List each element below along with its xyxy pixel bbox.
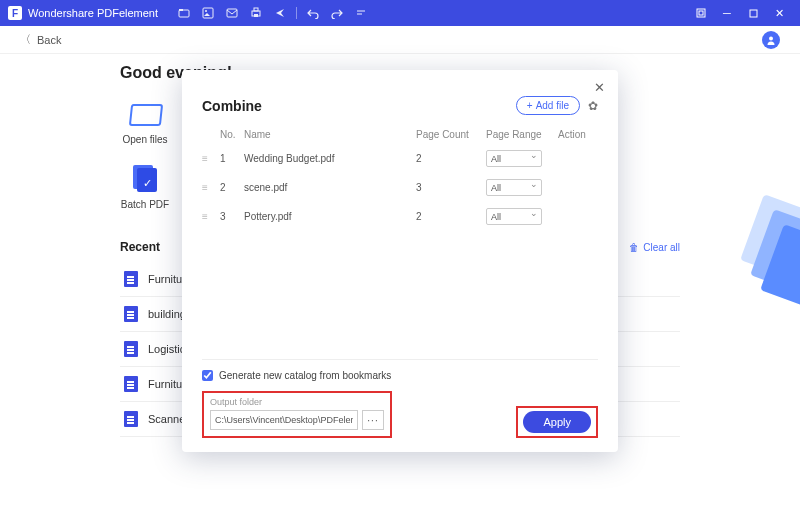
settings-icon[interactable]: ✿ bbox=[588, 99, 598, 113]
output-folder-block: Output folder ··· bbox=[202, 391, 392, 438]
page-range-select[interactable]: All bbox=[486, 208, 542, 225]
row-name: Pottery.pdf bbox=[244, 211, 416, 222]
row-page-count: 2 bbox=[416, 153, 486, 164]
plus-icon: + bbox=[527, 100, 533, 111]
table-row: ≡ 1 Wedding Budget.pdf 2 All bbox=[202, 144, 598, 173]
page-range-select[interactable]: All bbox=[486, 150, 542, 167]
add-file-button[interactable]: + Add file bbox=[516, 96, 580, 115]
modal-title: Combine bbox=[202, 98, 262, 114]
row-no: 1 bbox=[220, 153, 244, 164]
output-folder-label: Output folder bbox=[210, 397, 384, 407]
modal-overlay: ✕ Combine + Add file ✿ No. Name Page Cou… bbox=[0, 0, 800, 521]
row-page-count: 2 bbox=[416, 211, 486, 222]
col-page-range: Page Range bbox=[486, 129, 558, 140]
table-row: ≡ 3 Pottery.pdf 2 All bbox=[202, 202, 598, 231]
files-table: No. Name Page Count Page Range Action ≡ … bbox=[202, 125, 598, 231]
row-name: scene.pdf bbox=[244, 182, 416, 193]
browse-folder-button[interactable]: ··· bbox=[362, 410, 384, 430]
generate-catalog-row[interactable]: Generate new catalog from bookmarks bbox=[202, 370, 598, 381]
table-row: ≡ 2 scene.pdf 3 All bbox=[202, 173, 598, 202]
apply-block: Apply bbox=[516, 406, 598, 438]
col-no: No. bbox=[220, 129, 244, 140]
generate-catalog-label: Generate new catalog from bookmarks bbox=[219, 370, 391, 381]
close-modal-button[interactable]: ✕ bbox=[590, 78, 608, 96]
row-no: 2 bbox=[220, 182, 244, 193]
drag-handle-icon[interactable]: ≡ bbox=[202, 153, 220, 164]
col-page-count: Page Count bbox=[416, 129, 486, 140]
combine-modal: ✕ Combine + Add file ✿ No. Name Page Cou… bbox=[182, 70, 618, 452]
generate-catalog-checkbox[interactable] bbox=[202, 370, 213, 381]
modal-footer: Generate new catalog from bookmarks Outp… bbox=[202, 359, 598, 438]
drag-handle-icon[interactable]: ≡ bbox=[202, 182, 220, 193]
drag-handle-icon[interactable]: ≡ bbox=[202, 211, 220, 222]
page-range-select[interactable]: All bbox=[486, 179, 542, 196]
row-page-count: 3 bbox=[416, 182, 486, 193]
output-folder-input[interactable] bbox=[210, 410, 358, 430]
row-no: 3 bbox=[220, 211, 244, 222]
col-name: Name bbox=[244, 129, 416, 140]
col-action: Action bbox=[558, 129, 598, 140]
row-name: Wedding Budget.pdf bbox=[244, 153, 416, 164]
add-file-label: Add file bbox=[536, 100, 569, 111]
table-header: No. Name Page Count Page Range Action bbox=[202, 125, 598, 144]
apply-button[interactable]: Apply bbox=[523, 411, 591, 433]
